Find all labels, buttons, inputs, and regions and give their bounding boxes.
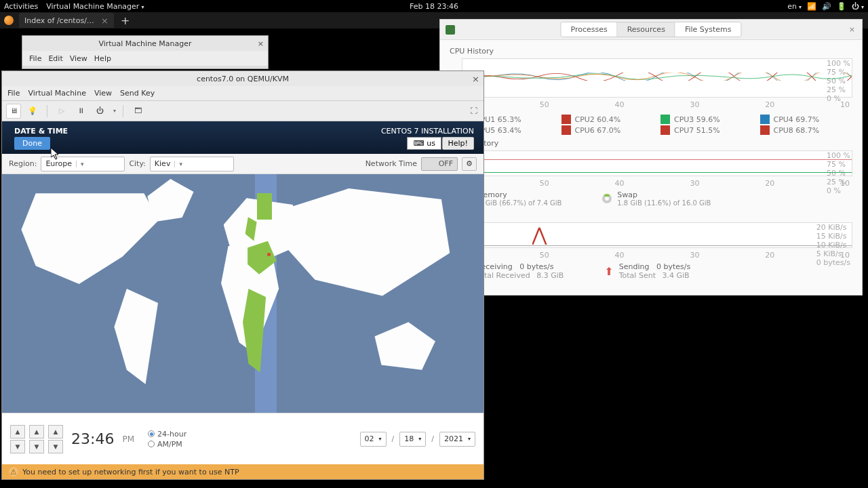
x-axis: 605040302010 <box>462 179 852 188</box>
menu-view[interactable]: View <box>70 54 87 63</box>
gear-icon: ⚙ <box>466 159 473 168</box>
separator <box>123 105 123 117</box>
chevron-down-icon[interactable]: ▾ <box>113 108 116 114</box>
region-value: Europe <box>45 159 72 168</box>
power-icon[interactable]: ⏻▾ <box>852 2 864 11</box>
details-view-button[interactable]: 💡 <box>25 104 40 119</box>
pause-button[interactable]: ⏸ <box>73 104 88 119</box>
battery-icon[interactable]: 🔋 <box>837 2 846 11</box>
time-date-row: ▲ ▼ ▲ ▼ ▲ ▼ 23:46 PM 24-hour AM/PM 02▾ /… <box>2 413 484 464</box>
cpu-legend-item: CPU4 69.7% <box>760 115 853 124</box>
x-axis: 605040302010 <box>462 251 852 260</box>
tab-processes[interactable]: Processes <box>561 22 617 37</box>
chevron-down-icon: ▾ <box>141 4 144 10</box>
chevron-down-icon: ▾ <box>76 161 84 167</box>
year-select[interactable]: 2021▾ <box>439 432 475 447</box>
cpu-legend-item: CPU3 59.6% <box>660 115 753 124</box>
browser-tab[interactable]: Index of /centos/7.9.2009 × <box>19 13 114 28</box>
window-title: centos7.0 on QEMU/KVM <box>197 75 289 83</box>
cpu-legend: CPU1 65.3%CPU2 60.4%CPU3 59.6%CPU4 69.7%… <box>462 115 852 135</box>
memory-chart: 100 %75 %50 %25 %0 % <box>462 150 852 176</box>
page-title: DATE & TIME <box>14 127 68 136</box>
sysmon-tabs: Processes Resources File Systems <box>560 22 741 37</box>
warning-bar: ⚠ You need to set up networking first if… <box>2 464 484 479</box>
city-label: City: <box>129 159 145 168</box>
menu-view[interactable]: View <box>94 89 112 98</box>
anaconda-installer: DATE & TIME Done CENTOS 7 INSTALLATION ⌨… <box>2 121 484 479</box>
input-lang[interactable]: en▾ <box>787 2 802 11</box>
menu-file[interactable]: File <box>7 89 20 98</box>
toggle-state: OFF <box>439 159 453 168</box>
hour-up-button[interactable]: ▲ <box>10 425 25 439</box>
cpu-legend-item: CPU7 51.5% <box>660 125 753 135</box>
region-select[interactable]: Europe ▾ <box>41 157 125 171</box>
hour-down-button[interactable]: ▼ <box>10 440 25 453</box>
vmm-titlebar[interactable]: Virtual Machine Manager × <box>22 36 268 51</box>
keyboard-icon: ⌨ <box>413 139 424 148</box>
chevron-down-icon: ▾ <box>799 4 802 10</box>
shutdown-button[interactable]: ⏻ <box>92 104 107 119</box>
app-menu[interactable]: Virtual Machine Manager▾ <box>46 2 144 11</box>
separator <box>47 105 47 117</box>
swap-history-title: Swap History <box>450 139 852 148</box>
minute-up-button[interactable]: ▲ <box>29 425 44 439</box>
radio-icon <box>148 441 155 447</box>
chevron-down-icon: ▾ <box>468 436 471 442</box>
sysmon-titlebar[interactable]: Processes Resources File Systems × <box>440 20 862 40</box>
cpu-history-title: CPU History <box>450 47 852 56</box>
gnome-top-bar: Activities Virtual Machine Manager▾ Feb … <box>0 0 868 12</box>
net-sending: ⬆ Sending 0 bytes/s Total Sent 3.4 GiB <box>604 262 690 280</box>
help-button[interactable]: Help! <box>442 137 475 150</box>
volume-icon[interactable]: 🔊 <box>822 2 831 11</box>
ntp-settings-button[interactable]: ⚙ <box>462 157 477 171</box>
firefox-icon <box>4 16 14 25</box>
month-select[interactable]: 02▾ <box>360 432 387 447</box>
menu-virtual-machine[interactable]: Virtual Machine <box>28 89 86 98</box>
network-icon[interactable]: 📶 <box>807 2 816 11</box>
swap-usage: Swap1.8 GiB (11.6%) of 16.0 GiB <box>602 190 711 207</box>
radio-24hour[interactable]: 24-hour <box>148 430 186 439</box>
warning-icon: ⚠ <box>9 467 18 476</box>
chevron-down-icon: ▾ <box>379 436 382 442</box>
chevron-down-icon: ▾ <box>174 161 182 167</box>
snapshot-button[interactable]: 🗔 <box>130 104 145 119</box>
new-tab-button[interactable]: + <box>121 14 130 27</box>
keyboard-layout-button[interactable]: ⌨ us <box>407 137 441 150</box>
cpu-legend-item: CPU2 60.4% <box>561 115 654 124</box>
close-icon[interactable]: × <box>258 39 264 48</box>
network-time-label: Network Time <box>366 159 417 168</box>
radio-ampm[interactable]: AM/PM <box>148 440 186 449</box>
menu-edit[interactable]: Edit <box>48 54 62 63</box>
tab-resources[interactable]: Resources <box>618 22 675 37</box>
chevron-down-icon: ▾ <box>861 4 864 10</box>
network-time-toggle[interactable]: OFF <box>421 157 458 171</box>
tab-filesystems[interactable]: File Systems <box>675 22 741 37</box>
close-icon[interactable]: × <box>101 16 108 26</box>
clock[interactable]: Feb 18 23:46 <box>410 2 458 11</box>
close-icon[interactable]: × <box>849 25 855 34</box>
day-select[interactable]: 18▾ <box>399 432 426 447</box>
vmm-menubar: File Edit View Help <box>22 51 268 66</box>
minute-down-button[interactable]: ▼ <box>29 440 44 453</box>
fullscreen-icon[interactable]: ⛶ <box>467 105 479 117</box>
ampm-down-button[interactable]: ▼ <box>48 440 63 453</box>
menu-help[interactable]: Help <box>94 54 111 63</box>
cpu-legend-item: CPU8 68.7% <box>760 125 853 135</box>
menu-send-key[interactable]: Send Key <box>120 89 155 98</box>
run-button[interactable]: ▷ <box>54 104 69 119</box>
ampm-up-button[interactable]: ▲ <box>48 425 63 439</box>
city-select[interactable]: Kiev ▾ <box>150 157 234 171</box>
close-icon[interactable]: × <box>472 74 479 84</box>
ampm-display: PM <box>122 434 134 444</box>
time-display: 23:46 <box>71 430 114 447</box>
timezone-map[interactable] <box>2 174 484 413</box>
vmm-window: Virtual Machine Manager × File Edit View… <box>22 35 269 69</box>
pie-icon <box>602 194 612 203</box>
console-view-button[interactable]: 🖥 <box>6 104 21 119</box>
done-button[interactable]: Done <box>14 137 50 150</box>
network-history-title: ry <box>450 211 852 220</box>
activities-button[interactable]: Activities <box>4 2 38 11</box>
upload-icon: ⬆ <box>604 265 613 278</box>
menu-file[interactable]: File <box>29 54 41 63</box>
vm-titlebar[interactable]: centos7.0 on QEMU/KVM × <box>2 71 484 86</box>
